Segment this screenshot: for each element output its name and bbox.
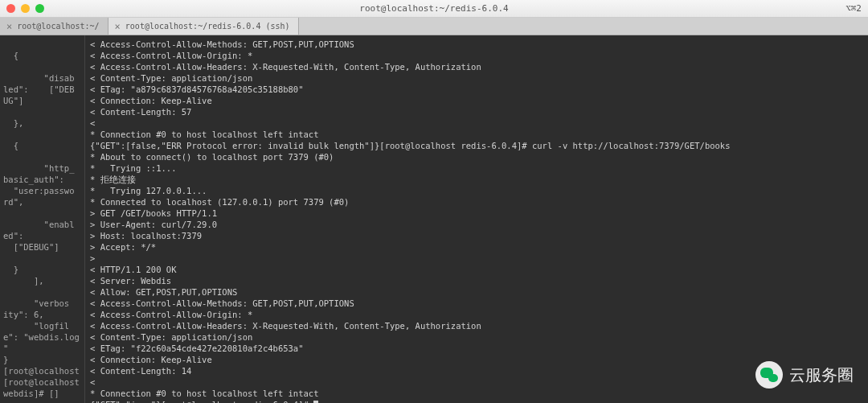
- terminal-line: < Server: Webdis: [90, 275, 863, 286]
- terminal-line: ["DEBUG"]: [3, 241, 81, 253]
- terminal-line: * 拒绝连接: [90, 174, 863, 185]
- terminal-line: < Access-Control-Allow-Origin: *: [90, 50, 863, 61]
- terminal-line: < Access-Control-Allow-Methods: GET,POST…: [90, 39, 863, 50]
- terminal-line: "user:passwo: [3, 185, 81, 196]
- terminal-line: "verbos: [3, 298, 81, 309]
- terminal-line: led": ["DEB: [3, 84, 81, 95]
- terminal-line: < ETag: "f22c60a54cde427e220810af2c4b653…: [90, 343, 863, 354]
- terminal-pane-left[interactable]: { "disabled": ["DEBUG"] }, { "http_basic…: [0, 35, 84, 403]
- traffic-lights: [6, 4, 44, 13]
- terminal-line: [3, 151, 81, 162]
- terminal-line: < Access-Control-Allow-Headers: X-Reques…: [90, 320, 863, 331]
- terminal-line: < Content-Length: 57: [90, 106, 863, 117]
- terminal-line: < Access-Control-Allow-Origin: *: [90, 309, 863, 320]
- terminal-line: [3, 129, 81, 140]
- terminal-line: [3, 61, 81, 72]
- terminal-line: < Access-Control-Allow-Methods: GET,POST…: [90, 298, 863, 309]
- terminal-pane-right[interactable]: < Access-Control-Allow-Methods: GET,POST…: [84, 35, 868, 403]
- terminal-line: > Accept: */*: [90, 241, 863, 253]
- tab-terminal-2[interactable]: × root@localhost:~/redis-6.0.4 (ssh): [108, 18, 299, 35]
- terminal-line: }: [3, 264, 81, 275]
- terminal-line: [3, 106, 81, 117]
- terminal-line: {"GET":[false,"ERR Protocol error: inval…: [90, 140, 863, 151]
- terminal-line: < Content-Length: 14: [90, 365, 863, 376]
- terminal-line: [3, 39, 81, 50]
- terminal-line: "disab: [3, 72, 81, 84]
- terminal-line: "logfil: [3, 320, 81, 331]
- terminal-line: UG"]: [3, 95, 81, 106]
- terminal-line: [3, 208, 81, 219]
- terminal-line: },: [3, 117, 81, 129]
- terminal-line: > User-Agent: curl/7.29.0: [90, 219, 863, 230]
- terminal-line: rd",: [3, 196, 81, 208]
- terminal-line: * Connection #0 to host localhost left i…: [90, 388, 863, 399]
- terminal-line: ": [3, 343, 81, 354]
- terminal-line: {: [3, 50, 81, 61]
- terminal-line: > Host: localhost:7379: [90, 230, 863, 241]
- terminal-line: basic_auth":: [3, 174, 81, 185]
- terminal-line: * Trying ::1...: [90, 162, 863, 174]
- terminal-line: "http_: [3, 162, 81, 174]
- terminal-line: >: [90, 253, 863, 264]
- terminal-line: > GET /GET/books HTTP/1.1: [90, 208, 863, 219]
- terminal-line: [3, 286, 81, 298]
- terminal-line: e": "webdis.log: [3, 331, 81, 343]
- terminal-line: [3, 253, 81, 264]
- window-title: root@localhost:~/redis-6.0.4: [359, 3, 508, 14]
- terminal-line: "enabl: [3, 219, 81, 230]
- terminal-line: }: [3, 354, 81, 365]
- maximize-window-button[interactable]: [35, 4, 44, 13]
- terminal-line: [root@localhost: [3, 376, 81, 388]
- tabbar: × root@localhost:~/ × root@localhost:~/r…: [0, 18, 868, 35]
- close-icon[interactable]: ×: [6, 21, 12, 32]
- close-icon[interactable]: ×: [115, 21, 121, 32]
- terminal-line: * Connected to localhost (127.0.0.1) por…: [90, 196, 863, 208]
- terminal-line: < Connection: Keep-Alive: [90, 354, 863, 365]
- terminal-line: < Content-Type: application/json: [90, 72, 863, 84]
- terminal-line: ity": 6,: [3, 309, 81, 320]
- terminal-line: < Content-Type: application/json: [90, 331, 863, 343]
- terminal-line: < Allow: GET,POST,PUT,OPTIONS: [90, 286, 863, 298]
- terminal-line: < ETag: "a879c6837d84576768a4205c35188b8…: [90, 84, 863, 95]
- minimize-window-button[interactable]: [21, 4, 30, 13]
- close-window-button[interactable]: [6, 4, 15, 13]
- terminal-line: ed":: [3, 230, 81, 241]
- terminal-line: * Connection #0 to host localhost left i…: [90, 129, 863, 140]
- keyboard-shortcut-hint: ⌥⌘2: [845, 3, 862, 14]
- terminal-line: * About to connect() to localhost port 7…: [90, 151, 863, 162]
- terminal-line: webdis]# []: [3, 388, 81, 399]
- terminal-line: < Connection: Keep-Alive: [90, 95, 863, 106]
- content-area: { "disabled": ["DEBUG"] }, { "http_basic…: [0, 35, 868, 403]
- titlebar: root@localhost:~/redis-6.0.4 ⌥⌘2: [0, 0, 868, 18]
- terminal-line: < HTTP/1.1 200 OK: [90, 264, 863, 275]
- terminal-line: <: [90, 117, 863, 129]
- terminal-line: {: [3, 140, 81, 151]
- tab-terminal-1[interactable]: × root@localhost:~/: [0, 18, 108, 35]
- terminal-line: {"GET":"java"}[root@localhost redis-6.0.…: [90, 399, 863, 403]
- terminal-line: ],: [3, 275, 81, 286]
- terminal-line: [root@localhost: [3, 365, 81, 376]
- terminal-line: < Access-Control-Allow-Headers: X-Reques…: [90, 61, 863, 72]
- tab-label: root@localhost:~/: [17, 22, 99, 31]
- terminal-line: * Trying 127.0.0.1...: [90, 185, 863, 196]
- terminal-line: <: [90, 376, 863, 388]
- tab-label: root@localhost:~/redis-6.0.4 (ssh): [125, 22, 290, 31]
